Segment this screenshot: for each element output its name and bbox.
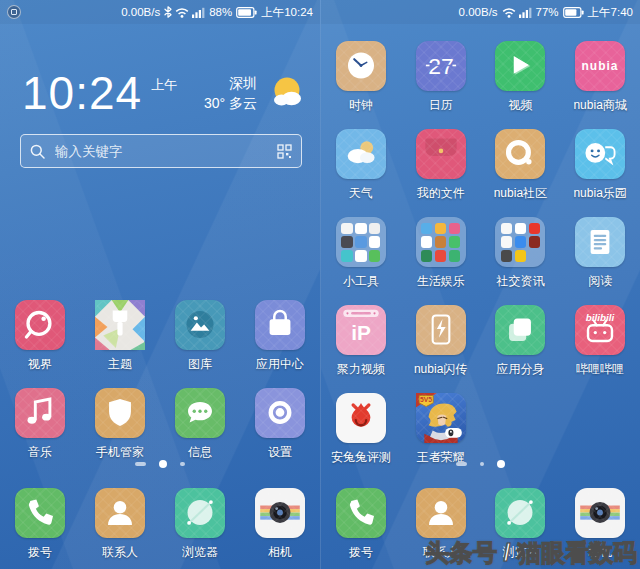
app-nubia-mall[interactable]: nubianubia商城	[560, 41, 640, 129]
mini-app-icon	[515, 223, 526, 234]
app-icon-wangzhe[interactable]: 5V5	[416, 393, 466, 443]
app-icon-xiangji[interactable]	[255, 488, 305, 538]
app-bilibili[interactable]: bilibili哔哩哔哩	[560, 305, 640, 393]
app-rili[interactable]: 27日历	[401, 41, 481, 129]
app-icon-nubia-mall[interactable]: nubia	[575, 41, 625, 91]
app-icon-rili[interactable]: 27	[416, 41, 466, 91]
app-icon-yinyue[interactable]	[15, 388, 65, 438]
app-label: 拨号	[349, 544, 373, 561]
clock-weather-widget[interactable]: 10:24 上午 深圳 30° 多云	[22, 70, 304, 116]
app-folder-life[interactable]: 生活娱乐	[401, 217, 481, 305]
pager-dash	[456, 462, 467, 466]
folder-icon-folder-social[interactable]	[495, 217, 545, 267]
app-label: 我的文件	[417, 185, 465, 202]
app-icon-juli[interactable]: iP	[336, 305, 386, 355]
mini-app-icon	[501, 223, 512, 234]
bluetooth-icon	[164, 6, 172, 18]
app-yuedu[interactable]: 阅读	[560, 217, 640, 305]
app-nubia-leyuan[interactable]: nubia乐园	[560, 129, 640, 217]
app-icon-fenshen[interactable]	[495, 305, 545, 355]
status-bar: 0.00B/s 77% 上午7:40	[321, 0, 640, 24]
app-icon-shezhi[interactable]	[255, 388, 305, 438]
app-icon-liulanqi[interactable]	[175, 488, 225, 538]
app-icon-xiangji[interactable]	[575, 488, 625, 538]
status-icons	[502, 7, 532, 18]
app-shijie[interactable]: 视界	[0, 300, 80, 388]
app-icon-yuedu[interactable]	[575, 217, 625, 267]
app-label: 相机	[268, 544, 292, 561]
pager-dot-large	[497, 460, 505, 468]
weather-cond: 多云	[229, 95, 257, 111]
app-icon-guanjia[interactable]	[95, 388, 145, 438]
app-icon-nubia-shequ[interactable]	[495, 129, 545, 179]
search-input[interactable]	[53, 143, 269, 160]
mini-app-icon	[501, 236, 512, 247]
app-icon-xinxi[interactable]	[175, 388, 225, 438]
app-icon-tianqi[interactable]	[336, 129, 386, 179]
app-icon-lianxiren[interactable]	[416, 488, 466, 538]
svg-text:5V5: 5V5	[420, 396, 432, 403]
home-screen-left: 0.00B/s 88% 上午10:24 10:24 上午 深圳 30° 多云	[0, 0, 320, 569]
search-bar[interactable]	[20, 134, 302, 168]
app-folder-tools[interactable]: 小工具	[321, 217, 401, 305]
app-label: 视界	[28, 356, 52, 373]
app-icon-shanchuan[interactable]	[416, 305, 466, 355]
watermark: 头条号 / 猫眼看数码	[425, 537, 637, 569]
app-label: 聚力视频	[337, 361, 385, 378]
floating-ball-icon[interactable]	[7, 5, 21, 19]
app-lianxiren[interactable]: 联系人	[80, 488, 160, 561]
page-indicator	[321, 458, 640, 470]
folder-icon-folder-life[interactable]	[416, 217, 466, 267]
app-bohao[interactable]: 拨号	[321, 488, 401, 561]
app-nubia-shequ[interactable]: nubia社区	[481, 129, 561, 217]
search-icon	[30, 144, 45, 159]
battery-percent: 77%	[536, 6, 559, 18]
folder-icon-folder-tools[interactable]	[336, 217, 386, 267]
app-tuku[interactable]: 图库	[160, 300, 240, 388]
app-icon-shipin[interactable]	[495, 41, 545, 91]
mini-app-icon	[341, 250, 352, 261]
app-shanchuan[interactable]: nubia闪传	[401, 305, 481, 393]
app-icon-tuku[interactable]	[175, 300, 225, 350]
app-label: nubia社区	[494, 185, 547, 202]
status-icons	[164, 6, 205, 18]
app-bohao[interactable]: 拨号	[0, 488, 80, 561]
app-icon-wenjian[interactable]	[416, 129, 466, 179]
app-icon-nubia-leyuan[interactable]	[575, 129, 625, 179]
app-label: 生活娱乐	[417, 273, 465, 290]
app-appcenter[interactable]: 应用中心	[240, 300, 320, 388]
widget-period: 上午	[151, 76, 177, 116]
signal-icon	[519, 7, 532, 18]
dock: 拨号联系人浏览器相机	[0, 488, 320, 561]
app-juli[interactable]: iP聚力视频	[321, 305, 401, 393]
app-icon-lianxiren[interactable]	[95, 488, 145, 538]
app-icon-bohao[interactable]	[15, 488, 65, 538]
app-zhuti[interactable]: 主题	[80, 300, 160, 388]
mini-app-icon	[369, 223, 380, 234]
app-icon-zhuti[interactable]	[95, 300, 145, 350]
app-fenshen[interactable]: 应用分身	[481, 305, 561, 393]
mini-app-icon	[341, 236, 352, 247]
mini-app-icon	[529, 236, 540, 247]
app-icon-liulanqi[interactable]	[495, 488, 545, 538]
mini-app-icon	[435, 250, 446, 261]
app-icon-appcenter[interactable]	[255, 300, 305, 350]
app-wenjian[interactable]: 我的文件	[401, 129, 481, 217]
app-tianqi[interactable]: 天气	[321, 129, 401, 217]
app-folder-social[interactable]: 社交资讯	[481, 217, 561, 305]
app-icon-shizhong[interactable]	[336, 41, 386, 91]
app-icon-shijie[interactable]	[15, 300, 65, 350]
app-icon-antutu[interactable]	[336, 393, 386, 443]
net-speed: 0.00B/s	[121, 6, 160, 18]
widget-time[interactable]: 10:24	[22, 70, 142, 116]
pager-dash	[135, 462, 146, 466]
qr-scan-icon[interactable]	[277, 144, 292, 159]
app-liulanqi[interactable]: 浏览器	[160, 488, 240, 561]
app-icon-bilibili[interactable]: bilibili	[575, 305, 625, 355]
app-shizhong[interactable]: 时钟	[321, 41, 401, 129]
app-icon-bohao[interactable]	[336, 488, 386, 538]
weather-widget[interactable]: 深圳 30° 多云	[204, 70, 304, 116]
app-shipin[interactable]: 视频	[481, 41, 561, 129]
mini-app-icon	[515, 236, 526, 247]
app-xiangji[interactable]: 相机	[240, 488, 320, 561]
